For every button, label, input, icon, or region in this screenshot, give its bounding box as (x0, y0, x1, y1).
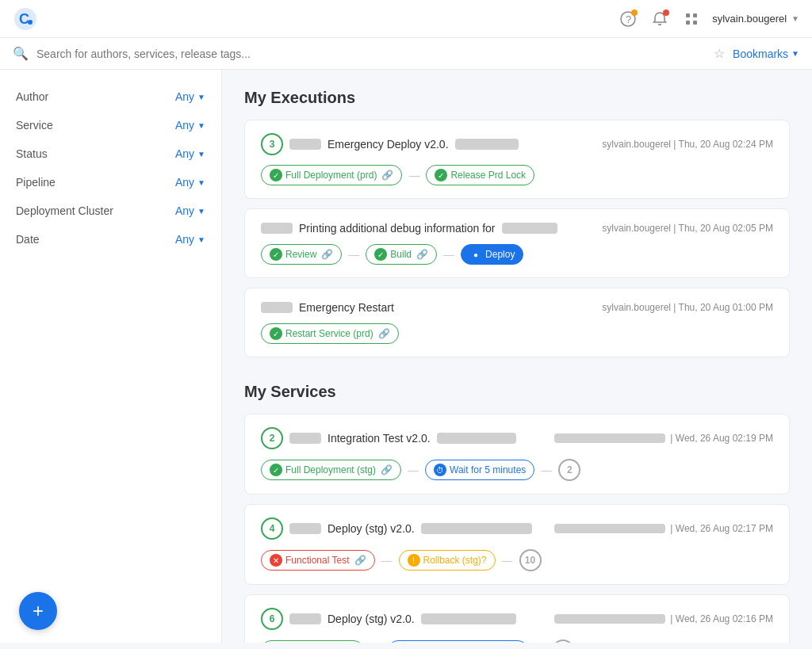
execution-name-bar-2 (502, 223, 557, 234)
filter-pipeline-label: Pipeline (16, 176, 56, 189)
filter-pipeline[interactable]: Pipeline Any ▼ (0, 168, 221, 197)
filter-deployment-cluster[interactable]: Deployment Cluster Any ▼ (0, 197, 221, 225)
service-meta-bar-2 (554, 524, 665, 533)
service-tail-count-3[interactable]: 15 (552, 639, 574, 643)
filter-deployment-cluster-value: Any ▼ (175, 204, 205, 217)
step-label-deploy: Deploy (485, 249, 515, 260)
step-full-deployment-stg-3[interactable]: ⏱ Full Deployment (stg) 🔗 (388, 640, 528, 643)
svg-rect-5 (686, 13, 690, 17)
service-meta-1-container: | Wed, 26 Aug 02:19 PM (554, 433, 773, 444)
execution-card-1-title-row: 3 Emergency Deploy v2.0. (261, 133, 519, 155)
execution-card-3-header: Emergency Restart sylvain.bougerel | Thu… (261, 301, 773, 314)
arrow-7: — (502, 554, 513, 567)
arrow-2: — (348, 248, 359, 261)
execution-card-3-title-row: Emergency Restart (261, 301, 394, 314)
filter-date-chevron: ▼ (197, 235, 205, 244)
execution-meta-2: sylvain.bougerel | Thu, 20 Aug 02:05 PM (602, 223, 773, 234)
grid-icon[interactable] (680, 8, 703, 30)
step-check-icon-4: ✓ (374, 248, 387, 261)
step-review[interactable]: ✓ Review 🔗 (261, 244, 342, 265)
step-functional-test[interactable]: ✕ Functional Test 🔗 (261, 550, 375, 571)
service-name-1: Integration Test v2.0. (327, 432, 431, 445)
execution-name-2: Printing additional debug information fo… (299, 222, 496, 235)
step-link-icon-restart[interactable]: 🔗 (378, 328, 390, 339)
step-release-prd-lock[interactable]: ✓ Release Prd Lock (426, 165, 534, 185)
filter-status[interactable]: Status Any ▼ (0, 139, 221, 168)
execution-meta-1: sylvain.bougerel | Thu, 20 Aug 02:24 PM (602, 139, 773, 150)
service-steps-3: ✓ Condition Check — ⏱ Full Deployment (s… (261, 639, 773, 643)
bell-icon[interactable] (649, 8, 671, 30)
arrow-5: — (541, 464, 552, 476)
execution-card-1-header: 3 Emergency Deploy v2.0. sylvain.bougere… (261, 133, 773, 155)
svg-point-2 (28, 20, 33, 25)
execution-card-2: Printing additional debug information fo… (244, 208, 790, 278)
step-restart-service[interactable]: ✓ Restart Service (prd) 🔗 (261, 323, 399, 344)
filter-service-label: Service (16, 119, 53, 132)
filter-deployment-cluster-chevron: ▼ (197, 207, 205, 216)
service-name-bar-3 (421, 613, 516, 624)
step-build[interactable]: ✓ Build 🔗 (366, 244, 437, 265)
step-deploy[interactable]: ● Deploy (461, 244, 523, 265)
step-link-icon-build[interactable]: 🔗 (416, 249, 428, 260)
bookmarks-button[interactable]: Bookmarks ▼ (733, 48, 799, 60)
step-condition-check[interactable]: ✓ Condition Check (261, 640, 364, 643)
bookmarks-chevron-icon: ▼ (791, 49, 799, 58)
execution-count-badge-1[interactable]: 3 (261, 133, 283, 155)
filter-date[interactable]: Date Any ▼ (0, 225, 221, 254)
filter-status-chevron: ▼ (197, 150, 205, 158)
service-count-3[interactable]: 6 (261, 608, 283, 630)
execution-name-3: Emergency Restart (299, 301, 394, 314)
service-tail-count-1[interactable]: 2 (558, 459, 580, 481)
filter-author-chevron: ▼ (197, 93, 205, 101)
step-link-icon-6[interactable]: 🔗 (381, 464, 393, 475)
service-card-1: 2 Integration Test v2.0. | Wed, 26 Aug 0… (244, 414, 790, 494)
execution-tag-bar-1 (289, 139, 321, 150)
user-menu[interactable]: sylvain.bougerel ▼ (712, 13, 799, 25)
search-icon: 🔍 (13, 46, 29, 61)
service-tail-count-2[interactable]: 10 (519, 549, 542, 571)
execution-steps-3: ✓ Restart Service (prd) 🔗 (261, 323, 773, 344)
execution-meta-3: sylvain.bougerel | Thu, 20 Aug 01:00 PM (602, 302, 773, 313)
user-name: sylvain.bougerel (712, 13, 787, 25)
step-full-deployment-stg-1[interactable]: ✓ Full Deployment (stg) 🔗 (261, 460, 401, 480)
service-card-2: 4 Deploy (stg) v2.0. | Wed, 26 Aug 02:17… (244, 504, 790, 585)
step-full-deployment-prd[interactable]: ✓ Full Deployment (prd) 🔗 (261, 165, 402, 185)
service-count-1[interactable]: 2 (261, 427, 283, 449)
step-link-icon[interactable]: 🔗 (381, 170, 393, 181)
help-icon[interactable]: ? (617, 8, 639, 30)
step-link-icon-review[interactable]: 🔗 (321, 249, 333, 260)
execution-steps-2: ✓ Review 🔗 — ✓ Build 🔗 — ● Deploy (261, 244, 773, 265)
step-label-functional-test: Functional Test (285, 555, 350, 566)
service-meta-bar-1 (554, 433, 665, 443)
service-meta-3: | Wed, 26 Aug 02:16 PM (670, 613, 773, 624)
service-card-1-header: 2 Integration Test v2.0. | Wed, 26 Aug 0… (261, 427, 773, 449)
service-count-2[interactable]: 4 (261, 517, 283, 540)
step-wait-5min[interactable]: ⏱ Wait for 5 minutes (425, 460, 534, 480)
filter-author[interactable]: Author Any ▼ (0, 82, 221, 111)
arrow-1: — (408, 169, 419, 181)
service-name-bar-1 (437, 433, 516, 444)
service-steps-1: ✓ Full Deployment (stg) 🔗 — ⏱ Wait for 5… (261, 459, 773, 481)
search-input[interactable] (36, 48, 706, 60)
service-card-3-header: 6 Deploy (stg) v2.0. | Wed, 26 Aug 02:16… (261, 608, 773, 630)
service-card-2-title-row: 4 Deploy (stg) v2.0. (261, 517, 532, 540)
filter-status-value: Any ▼ (175, 147, 205, 160)
svg-text:C: C (19, 11, 29, 27)
user-chevron-icon: ▼ (791, 14, 799, 23)
arrow-4: — (408, 464, 419, 476)
filter-date-label: Date (16, 233, 40, 246)
step-label-restart: Restart Service (prd) (285, 328, 373, 339)
step-link-icon-ft[interactable]: 🔗 (354, 555, 366, 566)
filter-service[interactable]: Service Any ▼ (0, 111, 221, 139)
service-card-3-title-row: 6 Deploy (stg) v2.0. (261, 608, 516, 630)
main-content: My Executions 3 Emergency Deploy v2.0. s… (222, 70, 812, 643)
step-rollback-stg[interactable]: ! Rollback (stg)? (399, 550, 496, 571)
step-error-icon: ✕ (270, 554, 282, 567)
filter-author-label: Author (16, 90, 48, 103)
service-meta-2-container: | Wed, 26 Aug 02:17 PM (554, 523, 773, 534)
favorite-icon[interactable]: ☆ (714, 46, 725, 61)
service-meta-1: | Wed, 26 Aug 02:19 PM (670, 433, 773, 444)
fab-add-button[interactable]: + (19, 592, 57, 630)
execution-name-bar-1 (455, 139, 519, 150)
logo[interactable]: C (13, 6, 38, 32)
